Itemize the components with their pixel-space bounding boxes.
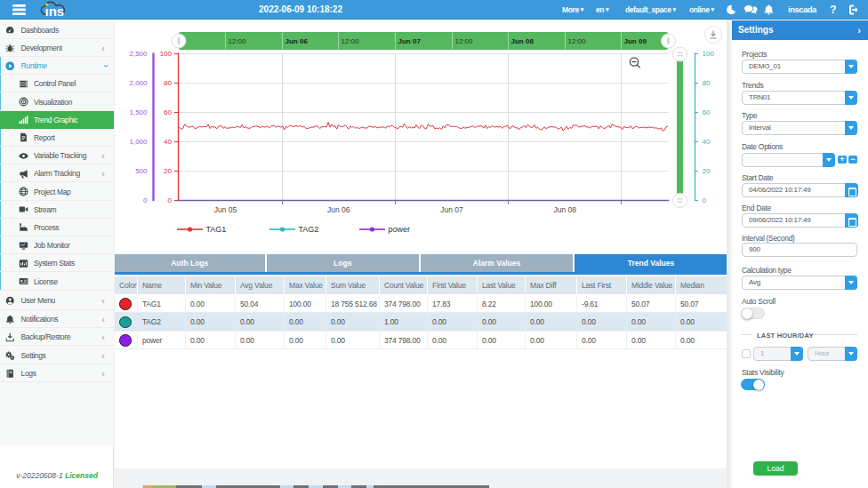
svg-text:500: 500 [135, 167, 148, 175]
svg-text:20: 20 [164, 167, 172, 175]
svg-text:2,500: 2,500 [129, 50, 148, 58]
svg-text:100: 100 [703, 50, 715, 58]
svg-text:0: 0 [143, 196, 148, 204]
svg-text:80: 80 [164, 79, 172, 87]
svg-text:Jun 06: Jun 06 [327, 205, 350, 214]
svg-text:12:00: 12:00 [229, 37, 247, 45]
svg-text:1,500: 1,500 [129, 108, 148, 116]
svg-text:Jun 05: Jun 05 [214, 205, 237, 214]
svg-text:TAG2: TAG2 [299, 225, 319, 234]
svg-text:60: 60 [164, 108, 172, 116]
svg-text:0: 0 [703, 196, 707, 204]
svg-text:80: 80 [703, 79, 711, 87]
svg-text:40: 40 [703, 138, 711, 146]
svg-text:Jun 07: Jun 07 [398, 37, 422, 45]
svg-text:TAG1: TAG1 [206, 225, 227, 234]
svg-text:Jun 09: Jun 09 [624, 37, 647, 45]
svg-text:1,000: 1,000 [129, 138, 148, 146]
svg-text:60: 60 [703, 108, 711, 116]
svg-text:0: 0 [168, 196, 173, 204]
svg-text:40: 40 [164, 138, 172, 146]
svg-text:2,000: 2,000 [129, 79, 148, 87]
svg-text:12:00: 12:00 [455, 37, 474, 45]
svg-text:20: 20 [703, 167, 711, 175]
svg-text:Jun 08: Jun 08 [554, 205, 577, 214]
svg-text:12:00: 12:00 [568, 37, 587, 45]
svg-text:Jun 08: Jun 08 [511, 37, 534, 45]
svg-text:power: power [389, 225, 411, 234]
svg-text:Jun 07: Jun 07 [440, 205, 463, 214]
svg-text:Jun 06: Jun 06 [285, 37, 309, 45]
svg-text:12:00: 12:00 [342, 37, 360, 45]
svg-text:100: 100 [160, 50, 173, 58]
